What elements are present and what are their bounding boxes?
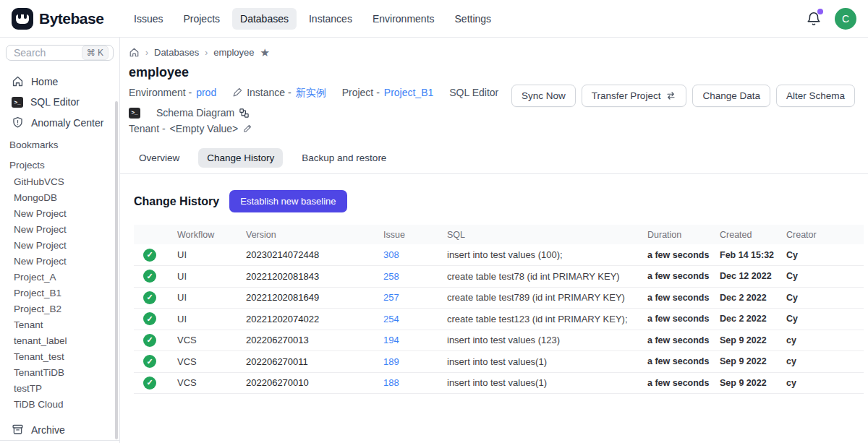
tab[interactable]: Backup and restore <box>293 148 395 168</box>
table-row[interactable]: ✓ UI 20221202081843 258 create table tes… <box>134 266 864 288</box>
shield-icon <box>12 116 24 129</box>
sync-now-button[interactable]: Sync Now <box>511 85 576 107</box>
sidebar-project-item[interactable]: Project_B1 <box>0 285 119 301</box>
sidebar-scrollbar[interactable] <box>115 101 118 439</box>
table-row[interactable]: ✓ UI 20221202074022 254 create table tes… <box>134 309 864 330</box>
establish-baseline-button[interactable]: Establish new baseline <box>229 190 346 212</box>
sidebar-project-item[interactable]: testTP <box>0 380 119 396</box>
issue-link[interactable]: 189 <box>383 356 399 367</box>
table-row[interactable]: ✓ UI 20230214072448 308 insert into test… <box>134 244 864 266</box>
sidebar-project-item[interactable]: New Project <box>0 205 119 221</box>
instance-link[interactable]: 新实例 <box>296 85 326 100</box>
tab[interactable]: Change History <box>198 148 283 168</box>
terminal-icon[interactable]: >_ <box>129 108 140 119</box>
column-header <box>134 225 177 244</box>
page-actions: Sync Now Transfer Project Change Data Al… <box>511 85 859 107</box>
sidebar-project-item[interactable]: GitHubVCS <box>0 173 119 189</box>
project-link[interactable]: Project_B1 <box>384 85 433 100</box>
sidebar-project-item[interactable]: Tenant <box>0 317 119 332</box>
schema-diagram-label: Schema Diagram <box>156 105 234 121</box>
success-check-icon: ✓ <box>143 291 156 304</box>
chevron-right-icon: › <box>205 48 208 58</box>
nav-item[interactable]: Projects <box>175 8 228 30</box>
sidebar-item-anomaly-center[interactable]: Anomaly Center <box>0 112 119 133</box>
tenant-value: <Empty Value> <box>170 121 239 137</box>
home-breadcrumb-icon[interactable] <box>129 47 140 58</box>
environment-link[interactable]: prod <box>196 85 216 100</box>
nav-item[interactable]: Instances <box>301 8 360 30</box>
table-row[interactable]: ✓ VCS 202206270013 194 insert into test … <box>134 330 864 351</box>
creator-cell: cy <box>786 330 864 351</box>
creator-cell: Cy <box>786 244 864 266</box>
issue-link[interactable]: 194 <box>383 335 399 345</box>
issue-link[interactable]: 258 <box>383 271 399 282</box>
sidebar-project-item[interactable]: Tenant_test <box>0 348 119 364</box>
nav-item[interactable]: Issues <box>126 8 171 30</box>
sidebar-project-item[interactable]: New Project <box>0 237 119 253</box>
page-title: employee <box>120 62 868 82</box>
issue-link[interactable]: 257 <box>383 292 399 303</box>
nav-item[interactable]: Settings <box>447 8 500 30</box>
sidebar-project-item[interactable]: TenantTiDB <box>0 364 119 380</box>
created-cell: Sep 9 2022 <box>720 372 786 394</box>
sidebar-project-item[interactable]: New Project <box>0 253 119 269</box>
alter-schema-button[interactable]: Alter Schema <box>776 85 855 107</box>
creator-cell: Cy <box>786 287 864 309</box>
sidebar-project-item[interactable]: TiDB Cloud <box>0 396 119 412</box>
breadcrumb-databases[interactable]: Databases <box>154 47 199 58</box>
transfer-project-button[interactable]: Transfer Project <box>582 85 687 107</box>
brand-text: Bytebase <box>39 10 103 27</box>
instance-label: Instance - <box>247 85 291 100</box>
nav-item[interactable]: Databases <box>232 8 297 30</box>
sidebar-item-sql-editor[interactable]: >_ SQL Editor <box>0 92 119 112</box>
breadcrumb-employee[interactable]: employee <box>213 47 254 58</box>
brand[interactable]: Bytebase <box>12 8 126 30</box>
sidebar-project-item[interactable]: New Project <box>0 221 119 237</box>
version-cell: 202206270013 <box>246 330 383 351</box>
version-cell: 202206270010 <box>246 372 383 394</box>
table-row[interactable]: ✓ VCS 202206270011 189 insert into test … <box>134 351 864 373</box>
issue-link[interactable]: 188 <box>383 377 399 388</box>
bookmarks-section-label: Bookmarks <box>0 133 119 153</box>
sidebar-project-item[interactable]: Project_A <box>0 269 119 285</box>
sql-cell: create table test78 (id int PRIMARY KEY) <box>447 266 647 288</box>
table-row[interactable]: ✓ UI 20221202081649 257 create table tes… <box>134 287 864 309</box>
sidebar-item-home[interactable]: Home <box>0 71 119 92</box>
duration-cell: a few seconds <box>647 287 720 309</box>
navbar-right: C <box>806 8 856 30</box>
notification-dot <box>817 9 823 14</box>
creator-cell: cy <box>786 351 864 373</box>
pen-icon <box>232 87 242 98</box>
column-header: Duration <box>647 225 720 244</box>
section-title: Change History <box>134 195 219 208</box>
nav-item[interactable]: Environments <box>365 8 443 30</box>
sidebar-project-item[interactable]: tenant_label <box>0 332 119 348</box>
created-cell: Sep 9 2022 <box>720 330 786 351</box>
created-cell: Sep 9 2022 <box>720 351 786 373</box>
notifications-bell-icon[interactable] <box>806 11 822 27</box>
tab[interactable]: Overview <box>130 148 188 168</box>
duration-cell: a few seconds <box>647 266 720 288</box>
issue-link[interactable]: 254 <box>383 314 399 324</box>
search-input[interactable]: Search ⌘ K <box>6 45 114 61</box>
issue-link[interactable]: 308 <box>383 249 399 260</box>
change-data-button[interactable]: Change Data <box>692 85 770 107</box>
sidebar: Search ⌘ K Home >_ SQL Editor Anomaly Ce… <box>0 38 120 443</box>
bytebase-logo-icon <box>12 8 33 30</box>
table-row[interactable]: ✓ VCS 202206270010 188 insert into test … <box>134 372 864 394</box>
favorite-star-icon[interactable]: ★ <box>260 47 270 58</box>
top-navbar: Bytebase Issues Projects Databases Insta… <box>0 0 868 38</box>
version-cell: 202206270011 <box>246 351 383 373</box>
schema-diagram-icon[interactable] <box>239 108 250 119</box>
edit-pencil-icon[interactable] <box>242 124 252 134</box>
sidebar-project-item[interactable]: Project_B2 <box>0 301 119 317</box>
environment-label: Environment - <box>129 85 192 100</box>
sidebar-item-archive[interactable]: Archive <box>0 419 119 440</box>
workflow-cell: VCS <box>177 372 246 394</box>
terminal-icon: >_ <box>12 97 23 108</box>
duration-cell: a few seconds <box>647 309 720 330</box>
plan-label[interactable]: Enterprise Plan <box>0 440 119 443</box>
user-avatar[interactable]: C <box>835 8 856 30</box>
table-body: ✓ UI 20230214072448 308 insert into test… <box>134 244 864 394</box>
sidebar-project-item[interactable]: MongoDB <box>0 189 119 205</box>
